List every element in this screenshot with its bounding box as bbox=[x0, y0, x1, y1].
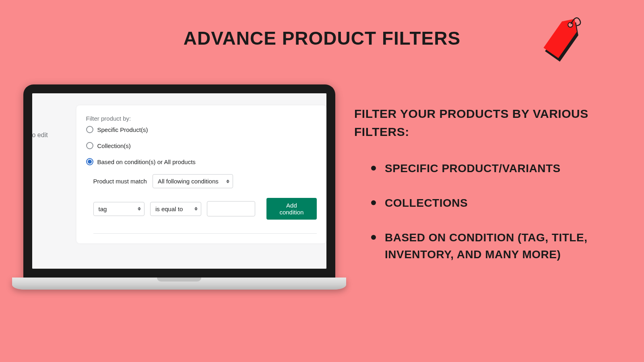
bullet-item: BASED ON CONDITION (TAG, TITLE, INVENTOR… bbox=[374, 229, 604, 263]
add-condition-button[interactable]: Add condition bbox=[266, 198, 316, 220]
radio-icon bbox=[86, 142, 93, 149]
condition-value-input[interactable] bbox=[207, 201, 255, 216]
match-mode-select[interactable]: All following conditions bbox=[153, 174, 233, 188]
filter-card: Filter product by: Specific Product(s) C… bbox=[76, 105, 326, 243]
sidebar-text-fragment: o edit bbox=[32, 132, 48, 139]
price-tag-icon bbox=[535, 12, 588, 64]
radio-icon-checked bbox=[86, 158, 93, 165]
select-value: tag bbox=[99, 206, 107, 212]
divider bbox=[93, 233, 317, 234]
radio-label: Based on condition(s) or All products bbox=[97, 158, 196, 165]
radio-label: Collection(s) bbox=[97, 142, 131, 149]
radio-collections[interactable]: Collection(s) bbox=[86, 142, 317, 149]
condition-operator-select[interactable]: is equal to bbox=[150, 202, 201, 216]
chevron-sort-icon bbox=[194, 207, 198, 211]
laptop-base bbox=[12, 278, 346, 290]
radio-icon bbox=[86, 126, 93, 133]
copy-heading: FILTER YOUR PRODUCTS BY VARIOUS FILTERS: bbox=[354, 105, 604, 141]
chevron-sort-icon bbox=[138, 207, 141, 211]
bullet-item: COLLECTIONS bbox=[374, 195, 604, 212]
chevron-sort-icon bbox=[226, 179, 229, 183]
match-label: Product must match bbox=[93, 178, 147, 185]
radio-specific-products[interactable]: Specific Product(s) bbox=[86, 126, 317, 133]
marketing-copy: FILTER YOUR PRODUCTS BY VARIOUS FILTERS:… bbox=[354, 105, 604, 281]
filter-by-label: Filter product by: bbox=[86, 115, 317, 122]
laptop-mockup: o edit Filter product by: Specific Produ… bbox=[12, 84, 346, 290]
radio-label: Specific Product(s) bbox=[97, 126, 148, 133]
condition-field-select[interactable]: tag bbox=[93, 202, 144, 216]
select-value: is equal to bbox=[155, 206, 183, 212]
condition-builder: Product must match All following conditi… bbox=[86, 174, 317, 234]
select-value: All following conditions bbox=[158, 178, 219, 185]
bullet-item: SPECIFIC PRODUCT/VARIANTS bbox=[374, 160, 604, 177]
radio-conditions[interactable]: Based on condition(s) or All products bbox=[86, 158, 317, 165]
